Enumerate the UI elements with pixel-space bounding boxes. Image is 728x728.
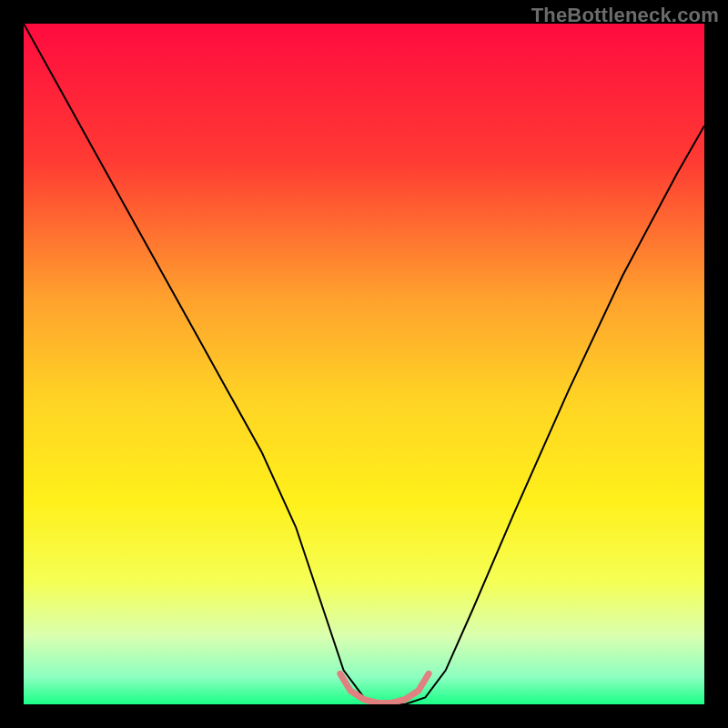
plot-area [24,24,704,704]
watermark-text: TheBottleneck.com [531,4,719,27]
chart-svg [24,24,704,704]
outer-frame: TheBottleneck.com [0,0,728,728]
gradient-background [24,24,704,704]
